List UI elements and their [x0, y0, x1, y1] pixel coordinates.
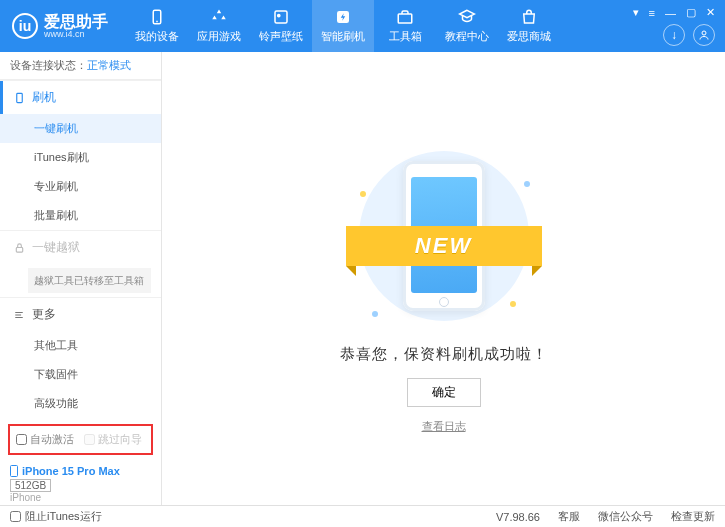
view-log-link[interactable]: 查看日志: [422, 419, 466, 434]
window-controls: ▾ ≡ — ▢ ✕: [631, 6, 717, 19]
svg-rect-2: [275, 11, 287, 23]
options-icon[interactable]: ≡: [647, 7, 657, 19]
sidebar-item-itunes-flash[interactable]: iTunes刷机: [0, 143, 161, 172]
logo-icon: iu: [12, 13, 38, 39]
svg-rect-8: [16, 247, 22, 252]
mall-icon: [520, 8, 538, 26]
logo-area: iu 爱思助手 www.i4.cn: [0, 13, 120, 40]
tab-toolbox[interactable]: 工具箱: [374, 0, 436, 52]
checkbox-auto-activate[interactable]: 自动激活: [16, 432, 74, 447]
checkbox-skip-guide[interactable]: 跳过向导: [84, 432, 142, 447]
device-icon: [148, 8, 166, 26]
lock-icon: [12, 242, 26, 254]
app-header: iu 爱思助手 www.i4.cn 我的设备 应用游戏 铃声壁纸 智能刷机 工具…: [0, 0, 725, 52]
version-label: V7.98.66: [496, 511, 540, 523]
device-small-icon: [10, 465, 18, 477]
minimize-icon[interactable]: —: [663, 7, 678, 19]
footer-link-support[interactable]: 客服: [558, 509, 580, 524]
flash-icon: [334, 8, 352, 26]
close-icon[interactable]: ✕: [704, 6, 717, 19]
toolbox-icon: [396, 8, 414, 26]
svg-rect-5: [398, 14, 412, 23]
flash-options: 自动激活 跳过向导: [8, 424, 153, 455]
app-name: 爱思助手: [44, 13, 108, 31]
sidebar-item-oneclick-flash[interactable]: 一键刷机: [0, 114, 161, 143]
tab-app-games[interactable]: 应用游戏: [188, 0, 250, 52]
checkbox-block-itunes[interactable]: 阻止iTunes运行: [10, 509, 102, 524]
sidebar-section-flash[interactable]: 刷机: [0, 81, 161, 114]
sidebar-section-jailbreak[interactable]: 一键越狱: [0, 231, 161, 264]
tab-ringtone-wallpaper[interactable]: 铃声壁纸: [250, 0, 312, 52]
footer-link-wechat[interactable]: 微信公众号: [598, 509, 653, 524]
sidebar-item-batch-flash[interactable]: 批量刷机: [0, 201, 161, 230]
device-status: 设备连接状态：正常模式: [0, 52, 161, 80]
device-info[interactable]: iPhone 15 Pro Max 512GB iPhone: [0, 461, 161, 511]
tab-my-device[interactable]: 我的设备: [126, 0, 188, 52]
user-button[interactable]: [693, 24, 715, 46]
success-message: 恭喜您，保资料刷机成功啦！: [340, 345, 548, 364]
new-ribbon: NEW: [346, 226, 542, 266]
confirm-button[interactable]: 确定: [407, 378, 481, 407]
tutorial-icon: [458, 8, 476, 26]
download-button[interactable]: ↓: [663, 24, 685, 46]
svg-rect-7: [16, 93, 22, 102]
more-icon: [12, 310, 26, 320]
media-icon: [272, 8, 290, 26]
tab-tutorial[interactable]: 教程中心: [436, 0, 498, 52]
sidebar-item-advanced[interactable]: 高级功能: [0, 389, 161, 418]
maximize-icon[interactable]: ▢: [684, 6, 698, 19]
svg-point-6: [702, 31, 706, 35]
jailbreak-note: 越狱工具已转移至工具箱: [28, 268, 151, 293]
sidebar-section-more[interactable]: 更多: [0, 298, 161, 331]
svg-point-3: [278, 14, 280, 16]
sidebar-item-download-firmware[interactable]: 下载固件: [0, 360, 161, 389]
app-url: www.i4.cn: [44, 30, 108, 39]
nav-tabs: 我的设备 应用游戏 铃声壁纸 智能刷机 工具箱 教程中心 爱思商城: [126, 0, 560, 52]
sidebar-item-pro-flash[interactable]: 专业刷机: [0, 172, 161, 201]
sidebar-item-other-tools[interactable]: 其他工具: [0, 331, 161, 360]
sidebar: 设备连接状态：正常模式 刷机 一键刷机 iTunes刷机 专业刷机 批量刷机 一…: [0, 52, 162, 505]
tab-mall[interactable]: 爱思商城: [498, 0, 560, 52]
phone-icon: [12, 91, 26, 105]
footer-link-update[interactable]: 检查更新: [671, 509, 715, 524]
apps-icon: [210, 8, 228, 26]
main-content: NEW 恭喜您，保资料刷机成功啦！ 确定 查看日志: [162, 52, 725, 505]
success-illustration: NEW: [354, 141, 534, 331]
menu-icon[interactable]: ▾: [631, 6, 641, 19]
tab-smart-flash[interactable]: 智能刷机: [312, 0, 374, 52]
